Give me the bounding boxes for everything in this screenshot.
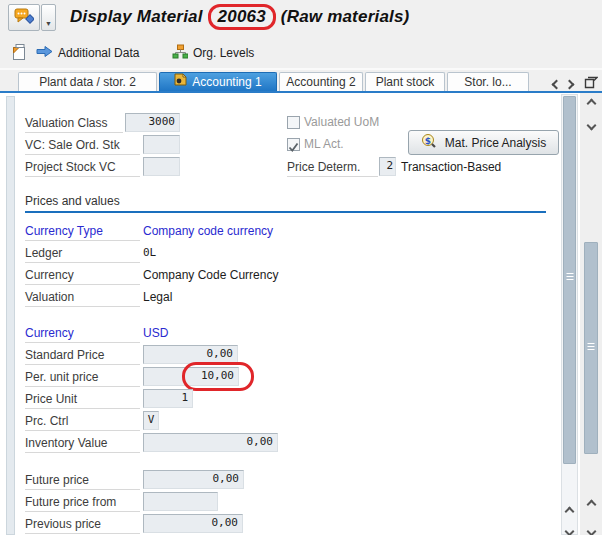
tab-stor-loc[interactable]: Stor. lo... bbox=[447, 72, 529, 92]
valuated-uom-checkbox[interactable] bbox=[287, 116, 300, 129]
inventory-value-field[interactable]: 0,00 bbox=[143, 433, 278, 452]
valuation-label: Valuation bbox=[25, 288, 140, 307]
window-scroll-up2-button[interactable] bbox=[584, 498, 598, 510]
tab-accounting-2[interactable]: Accounting 2 bbox=[279, 72, 363, 92]
scrollbar-grip-icon bbox=[588, 343, 595, 351]
page-title: Display Material 20063 (Raw materials) bbox=[70, 7, 409, 27]
content-scroll-down-button[interactable] bbox=[562, 525, 576, 535]
services-for-object-icon bbox=[14, 8, 34, 28]
tabs: Plant data / stor. 2 Accounting 1 Accoun… bbox=[18, 72, 529, 92]
sap-display-material-window: ▼ Display Material 20063 (Raw materials) bbox=[0, 0, 602, 535]
price-unit-label: Price Unit bbox=[25, 390, 140, 409]
vc-sale-ord-stk-field[interactable] bbox=[143, 135, 180, 154]
per-unit-price-field[interactable]: 10,00 bbox=[143, 367, 239, 386]
chevron-down-icon bbox=[586, 120, 596, 130]
project-stock-vc-label: Project Stock VC bbox=[25, 158, 140, 177]
valuated-uom-label: Valuated UoM bbox=[304, 115, 379, 131]
detach-tab-button[interactable] bbox=[584, 77, 598, 91]
mat-price-analysis-label: Mat. Price Analysis bbox=[445, 136, 546, 150]
left-gutter bbox=[6, 96, 15, 535]
currency2-label: Currency bbox=[25, 324, 140, 343]
org-chart-icon bbox=[172, 44, 188, 62]
chevron-down-icon bbox=[564, 526, 574, 535]
ml-act-label: ML Act. bbox=[304, 137, 344, 153]
dropdown-arrow-icon: ▼ bbox=[45, 20, 52, 27]
price-determ-text: Transaction-Based bbox=[401, 158, 501, 177]
currency-type-value[interactable]: Company code currency bbox=[143, 222, 273, 241]
project-stock-vc-field[interactable] bbox=[143, 157, 180, 176]
prc-ctrl-field[interactable]: V bbox=[143, 411, 159, 430]
title-prefix: Display Material bbox=[70, 7, 203, 26]
services-for-object-button[interactable] bbox=[8, 4, 40, 31]
ledger-label: Ledger bbox=[25, 244, 140, 263]
inventory-value-label: Inventory Value bbox=[25, 434, 140, 453]
checkmark-icon bbox=[288, 139, 299, 156]
chevron-down-icon bbox=[586, 526, 596, 535]
title-bar: ▼ Display Material 20063 (Raw materials) bbox=[0, 0, 602, 36]
content-scroll-up-button[interactable] bbox=[562, 505, 576, 517]
additional-data-label: Additional Data bbox=[58, 46, 139, 60]
application-toolbar: Additional Data Org. Levels bbox=[0, 36, 602, 70]
section-rule bbox=[25, 211, 546, 213]
future-price-label: Future price bbox=[25, 471, 140, 490]
price-determ-label: Price Determ. bbox=[287, 158, 378, 177]
page-corner-icon bbox=[10, 43, 27, 64]
scroll-tabs-left-button[interactable] bbox=[548, 77, 562, 91]
future-price-field[interactable]: 0,00 bbox=[143, 470, 244, 489]
prices-section-title: Prices and values bbox=[25, 194, 120, 208]
vc-sale-ord-stk-label: VC: Sale Ord. Stk bbox=[25, 136, 140, 155]
tab-plant-stock[interactable]: Plant stock bbox=[365, 72, 445, 92]
price-determ-field[interactable]: 2 bbox=[379, 157, 396, 176]
content-scrollbar-thumb[interactable] bbox=[563, 96, 576, 464]
ml-act-checkbox[interactable] bbox=[287, 138, 300, 151]
currency-value: Company Code Currency bbox=[143, 266, 278, 285]
active-tab-icon bbox=[174, 73, 187, 92]
chevron-up-icon bbox=[586, 499, 596, 509]
dollar-magnifier-icon: $ bbox=[421, 133, 438, 152]
currency-type-label: Currency Type bbox=[25, 222, 140, 241]
window-scroll-down-button[interactable] bbox=[584, 119, 598, 131]
svg-text:$: $ bbox=[425, 136, 431, 146]
standard-price-label: Standard Price bbox=[25, 346, 140, 365]
additional-data-button[interactable]: Additional Data bbox=[32, 41, 143, 65]
tab-strip: Plant data / stor. 2 Accounting 1 Accoun… bbox=[0, 70, 602, 93]
tab-accounting-1[interactable]: Accounting 1 bbox=[159, 72, 277, 92]
currency-label: Currency bbox=[25, 266, 140, 285]
valuation-value: Legal bbox=[143, 288, 172, 307]
copy-page-button[interactable] bbox=[6, 41, 31, 65]
currency2-value[interactable]: USD bbox=[143, 324, 168, 343]
org-levels-button[interactable]: Org. Levels bbox=[168, 41, 258, 65]
services-for-object-group: ▼ bbox=[8, 4, 56, 31]
per-unit-price-label: Per. unit price bbox=[25, 368, 140, 387]
future-price-from-field[interactable] bbox=[143, 492, 218, 511]
chevron-up-icon bbox=[586, 98, 596, 108]
title-suffix: (Raw materials) bbox=[281, 7, 410, 26]
chevron-up-icon bbox=[564, 506, 574, 516]
ledger-value: 0L bbox=[143, 244, 156, 263]
window-scroll-down2-button[interactable] bbox=[584, 525, 598, 535]
tab-plant-data-stor-2[interactable]: Plant data / stor. 2 bbox=[18, 72, 157, 92]
price-unit-field[interactable]: 1 bbox=[143, 389, 193, 408]
scroll-tabs-right-button[interactable] bbox=[564, 77, 578, 91]
standard-price-field[interactable]: 0,00 bbox=[143, 345, 238, 364]
services-dropdown-button[interactable]: ▼ bbox=[41, 4, 56, 31]
chevron-left-icon bbox=[552, 79, 562, 89]
window-scrollbar-thumb[interactable] bbox=[584, 242, 598, 454]
prc-ctrl-label: Prc. Ctrl bbox=[25, 412, 140, 431]
previous-price-label: Previous price bbox=[25, 515, 140, 534]
scrollbar-grip-icon bbox=[566, 273, 573, 281]
previous-price-field[interactable]: 0,00 bbox=[143, 514, 243, 533]
blue-arrow-right-icon bbox=[36, 45, 53, 61]
window-scroll-up-button[interactable] bbox=[584, 97, 598, 109]
chevron-right-icon bbox=[565, 79, 575, 89]
future-price-from-label: Future price from bbox=[25, 493, 140, 512]
valuation-class-field[interactable]: 3000 bbox=[125, 113, 180, 132]
org-levels-label: Org. Levels bbox=[193, 46, 254, 60]
valuation-class-label: Valuation Class bbox=[25, 114, 123, 133]
material-number-annotation: 20063 bbox=[208, 4, 276, 30]
window-scrollbar[interactable] bbox=[580, 93, 602, 535]
mat-price-analysis-button[interactable]: $ Mat. Price Analysis bbox=[408, 130, 559, 155]
